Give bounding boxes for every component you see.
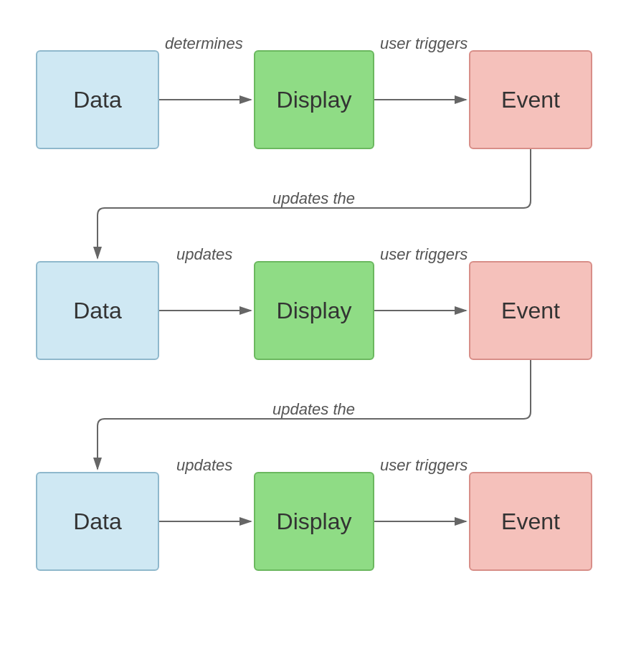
node-label: Data [73, 87, 122, 113]
node-label: Data [73, 298, 122, 324]
edge-label-display-event-row3: user triggers [380, 456, 468, 475]
edge-label-data-display-row3: updates [176, 456, 232, 475]
diagram-canvas: Data Display Event determines user trigg… [0, 0, 631, 672]
edge-label-display-event-row1: user triggers [380, 34, 468, 53]
node-display-row1: Display [254, 50, 374, 149]
node-label: Display [277, 298, 352, 324]
edge-label-data-display-row2: updates [176, 245, 232, 264]
edge-label-return-1: updates the [272, 189, 355, 208]
node-data-row3: Data [36, 472, 159, 571]
node-event-row1: Event [469, 50, 592, 149]
node-event-row2: Event [469, 261, 592, 360]
node-label: Display [277, 87, 352, 113]
node-label: Event [501, 87, 560, 113]
node-display-row2: Display [254, 261, 374, 360]
edge-label-display-event-row2: user triggers [380, 245, 468, 264]
node-label: Data [73, 508, 122, 535]
node-label: Event [501, 298, 560, 324]
node-data-row1: Data [36, 50, 159, 149]
node-event-row3: Event [469, 472, 592, 571]
node-label: Event [501, 508, 560, 535]
node-data-row2: Data [36, 261, 159, 360]
edge-label-data-display-row1: determines [165, 34, 243, 53]
node-label: Display [277, 508, 352, 535]
edge-label-return-2: updates the [272, 400, 355, 419]
node-display-row3: Display [254, 472, 374, 571]
